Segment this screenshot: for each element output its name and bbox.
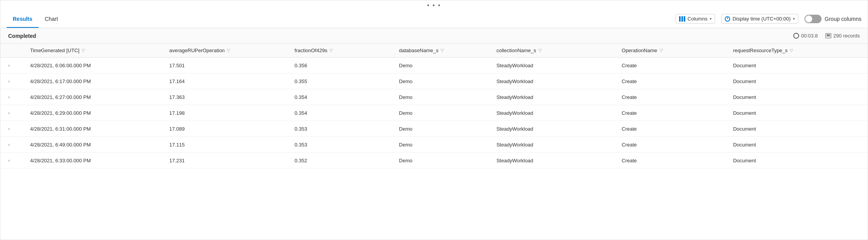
th-timegenerated: TimeGenerated [UTC] ▽ <box>26 44 165 58</box>
tab-results[interactable]: Results <box>7 10 39 28</box>
tab-bar: Results Chart Columns ▾ Display time (UT… <box>0 10 868 28</box>
filter-icon-collectionname[interactable]: ▽ <box>539 48 542 53</box>
table-row[interactable]: ›4/28/2021, 6:27:00.000 PM17.3630.354Dem… <box>0 89 868 105</box>
cell-requestresource: Document <box>728 137 868 153</box>
status-bar: Completed 00:03.8 290 records <box>0 28 868 44</box>
cell-collectionname: SteadyWorkload <box>492 73 617 89</box>
cell-averageru: 17.164 <box>165 73 290 89</box>
status-meta: 00:03.8 290 records <box>793 33 860 39</box>
col-header-requestresource: requestResourceType_s <box>733 48 787 53</box>
cell-collectionname: SteadyWorkload <box>492 153 617 169</box>
table-body: ›4/28/2021, 6:06:00.000 PM17.5010.356Dem… <box>0 58 868 169</box>
display-time-button[interactable]: Display time (UTC+00:00) ▾ <box>721 14 798 24</box>
cell-requestresource: Document <box>728 153 868 169</box>
cell-timegenerated: 4/28/2021, 6:17:00.000 PM <box>26 73 165 89</box>
th-fractionof: fractionOf429s ▽ <box>290 44 395 58</box>
tab-chart[interactable]: Chart <box>39 10 64 28</box>
table-row[interactable]: ›4/28/2021, 6:31:00.000 PM17.0890.353Dem… <box>0 121 868 137</box>
expand-button[interactable]: › <box>5 77 13 85</box>
columns-label: Columns <box>688 16 707 22</box>
table-row[interactable]: ›4/28/2021, 6:29:00.000 PM17.1980.354Dem… <box>0 105 868 121</box>
records-icon <box>825 33 831 38</box>
expand-cell[interactable]: › <box>0 153 26 169</box>
cell-requestresource: Document <box>728 73 868 89</box>
table-row[interactable]: ›4/28/2021, 6:06:00.000 PM17.5010.356Dem… <box>0 58 868 73</box>
cell-databasename: Demo <box>395 105 492 121</box>
cell-databasename: Demo <box>395 121 492 137</box>
expand-cell[interactable]: › <box>0 105 26 121</box>
toggle-knob <box>805 15 812 22</box>
cell-requestresource: Document <box>728 121 868 137</box>
cell-timegenerated: 4/28/2021, 6:33:00.000 PM <box>26 153 165 169</box>
filter-icon-requestresource[interactable]: ▽ <box>790 48 793 53</box>
records-value: 290 records <box>833 33 860 39</box>
filter-icon-timegenerated[interactable]: ▽ <box>82 48 85 53</box>
table-row[interactable]: ›4/28/2021, 6:17:00.000 PM17.1640.355Dem… <box>0 73 868 89</box>
th-collectionname: collectionName_s ▽ <box>492 44 617 58</box>
expand-cell[interactable]: › <box>0 121 26 137</box>
filter-icon-averageru[interactable]: ▽ <box>227 48 230 53</box>
cell-collectionname: SteadyWorkload <box>492 137 617 153</box>
cell-fractionof: 0.355 <box>290 73 395 89</box>
cell-requestresource: Document <box>728 58 868 73</box>
filter-icon-operationname[interactable]: ▽ <box>660 48 663 53</box>
cell-collectionname: SteadyWorkload <box>492 121 617 137</box>
cell-operationname: Create <box>617 105 729 121</box>
expand-button[interactable]: › <box>5 141 13 148</box>
cell-fractionof: 0.356 <box>290 58 395 73</box>
th-operationname: OperationName ▽ <box>617 44 729 58</box>
cell-fractionof: 0.352 <box>290 153 395 169</box>
cell-averageru: 17.115 <box>165 137 290 153</box>
cell-databasename: Demo <box>395 153 492 169</box>
th-averageru: averageRUPerOperation ▽ <box>165 44 290 58</box>
col-header-collectionname: collectionName_s <box>496 48 536 53</box>
filter-icon-fractionof[interactable]: ▽ <box>329 48 333 53</box>
col-header-databasename: databaseName_s <box>399 48 439 53</box>
cell-databasename: Demo <box>395 58 492 73</box>
cell-databasename: Demo <box>395 89 492 105</box>
cell-operationname: Create <box>617 58 729 73</box>
cell-fractionof: 0.354 <box>290 89 395 105</box>
cell-timegenerated: 4/28/2021, 6:29:00.000 PM <box>26 105 165 121</box>
expand-cell[interactable]: › <box>0 137 26 153</box>
filter-icon-databasename[interactable]: ▽ <box>441 48 444 53</box>
table-header-row: TimeGenerated [UTC] ▽ averageRUPerOperat… <box>0 44 868 58</box>
expand-button[interactable]: › <box>5 93 13 101</box>
cell-collectionname: SteadyWorkload <box>492 105 617 121</box>
table-row[interactable]: ›4/28/2021, 6:49:00.000 PM17.1150.353Dem… <box>0 137 868 153</box>
th-expand <box>0 44 26 58</box>
chevron-down-icon: ▾ <box>710 17 712 21</box>
group-columns-toggle[interactable]: Group columns <box>805 15 861 23</box>
col-header-timegenerated: TimeGenerated [UTC] <box>30 48 79 53</box>
table-wrapper: TimeGenerated [UTC] ▽ averageRUPerOperat… <box>0 44 868 240</box>
col-header-fractionof: fractionOf429s <box>295 48 328 53</box>
table-row[interactable]: ›4/28/2021, 6:33:00.000 PM17.2310.352Dem… <box>0 153 868 169</box>
expand-button[interactable]: › <box>5 157 13 164</box>
expand-button[interactable]: › <box>5 61 13 69</box>
cell-collectionname: SteadyWorkload <box>492 58 617 73</box>
cell-averageru: 17.231 <box>165 153 290 169</box>
expand-cell[interactable]: › <box>0 89 26 105</box>
cell-timegenerated: 4/28/2021, 6:06:00.000 PM <box>26 58 165 73</box>
cell-requestresource: Document <box>728 105 868 121</box>
expand-button[interactable]: › <box>5 109 13 117</box>
cell-requestresource: Document <box>728 89 868 105</box>
columns-button[interactable]: Columns ▾ <box>676 14 715 24</box>
cell-timegenerated: 4/28/2021, 6:27:00.000 PM <box>26 89 165 105</box>
tab-chart-label: Chart <box>45 16 58 22</box>
main-container: • • • Results Chart Columns ▾ D <box>0 0 868 240</box>
expand-button[interactable]: › <box>5 125 13 133</box>
results-table: TimeGenerated [UTC] ▽ averageRUPerOperat… <box>0 44 868 169</box>
expand-cell[interactable]: › <box>0 73 26 89</box>
cell-timegenerated: 4/28/2021, 6:31:00.000 PM <box>26 121 165 137</box>
cell-averageru: 17.501 <box>165 58 290 73</box>
expand-cell[interactable]: › <box>0 58 26 73</box>
cell-operationname: Create <box>617 89 729 105</box>
cell-operationname: Create <box>617 73 729 89</box>
clock-icon <box>725 16 730 22</box>
th-requestresource: requestResourceType_s ▽ <box>728 44 868 58</box>
toggle-switch[interactable] <box>805 15 822 23</box>
cell-timegenerated: 4/28/2021, 6:49:00.000 PM <box>26 137 165 153</box>
cell-operationname: Create <box>617 153 729 169</box>
cell-operationname: Create <box>617 137 729 153</box>
